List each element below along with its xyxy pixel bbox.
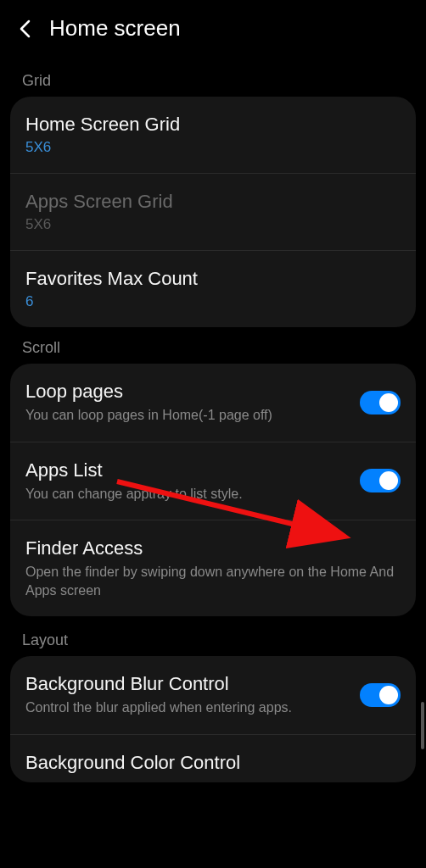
apps-screen-grid-value: 5X6 [25,216,401,233]
layout-card: Background Blur Control Control the blur… [10,656,416,782]
back-icon[interactable] [15,19,34,38]
bg-color-row[interactable]: Background Color Control [10,735,416,782]
bg-blur-row[interactable]: Background Blur Control Control the blur… [10,656,416,735]
scrollbar[interactable] [421,702,424,749]
home-screen-grid-row[interactable]: Home Screen Grid 5X6 [10,97,416,174]
loop-pages-title: Loop pages [25,381,350,403]
bg-color-title: Background Color Control [25,752,401,774]
header: Home screen [0,0,426,60]
bg-blur-toggle[interactable] [360,683,401,707]
apps-list-title: Apps List [25,459,350,481]
apps-list-desc: You can change apptray to list style. [25,485,350,504]
loop-pages-desc: You can loop pages in Home(-1 page off) [25,406,350,425]
page-title: Home screen [49,15,181,42]
apps-list-row[interactable]: Apps List You can change apptray to list… [10,442,416,521]
home-screen-grid-value: 5X6 [25,139,401,156]
bg-blur-title: Background Blur Control [25,673,350,695]
favorites-max-count-value: 6 [25,293,401,310]
scroll-card: Loop pages You can loop pages in Home(-1… [10,364,416,616]
apps-screen-grid-title: Apps Screen Grid [25,191,401,213]
finder-access-row[interactable]: Finder Access Open the finder by swiping… [10,520,416,616]
loop-pages-row[interactable]: Loop pages You can loop pages in Home(-1… [10,364,416,442]
section-label-layout: Layout [0,616,426,656]
apps-list-toggle[interactable] [360,469,401,492]
favorites-max-count-row[interactable]: Favorites Max Count 6 [10,251,416,327]
finder-access-desc: Open the finder by swiping down anywhere… [25,563,401,599]
apps-screen-grid-row: Apps Screen Grid 5X6 [10,174,416,251]
home-screen-grid-title: Home Screen Grid [25,114,401,136]
finder-access-title: Finder Access [25,537,401,559]
loop-pages-toggle[interactable] [360,391,401,415]
grid-card: Home Screen Grid 5X6 Apps Screen Grid 5X… [10,97,416,327]
section-label-scroll: Scroll [0,327,426,364]
bg-blur-desc: Control the blur applied when entering a… [25,698,350,717]
section-label-grid: Grid [0,60,426,97]
favorites-max-count-title: Favorites Max Count [25,268,401,290]
